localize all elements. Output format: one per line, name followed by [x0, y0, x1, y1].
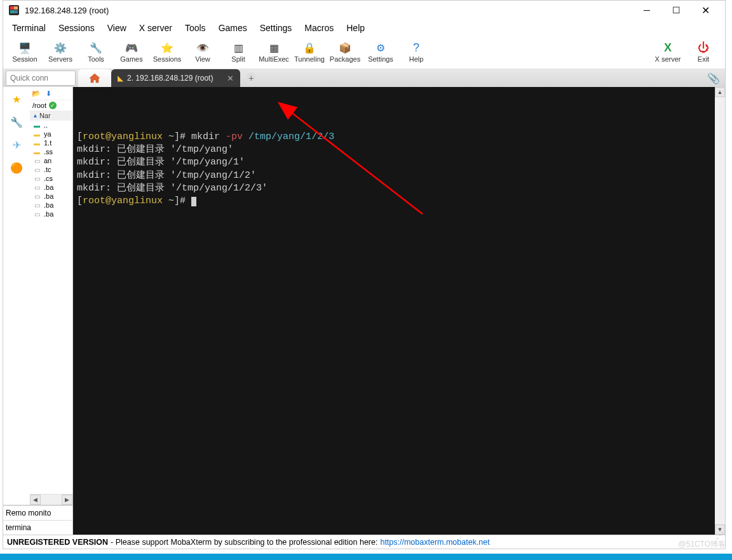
file-list[interactable]: ▬..▬ya▬1.t▬.ss▭an▭.tc▭.cs▭.ba▭.ba▭.ba▭.b… [30, 121, 72, 494]
tools-icon[interactable]: 🔧 [7, 112, 26, 131]
file-row[interactable]: ▬.. [30, 121, 72, 130]
tool-view[interactable]: 👁️View [185, 37, 220, 68]
download-icon[interactable]: ⬇ [43, 89, 53, 98]
menubar: TerminalSessionsViewX serverToolsGamesSe… [3, 20, 725, 36]
file-row[interactable]: ▬1.t [30, 138, 72, 147]
x-server-icon: X [661, 43, 674, 54]
tool-servers[interactable]: ⚙️Servers [43, 37, 78, 68]
menu-tools[interactable]: Tools [179, 21, 212, 35]
status-text: - Please support MobaXterm by subscribin… [111, 538, 377, 547]
file-row[interactable]: ▭.tc [30, 165, 72, 174]
svg-rect-4 [14, 10, 18, 13]
multiexec-icon: ▦ [268, 43, 280, 54]
file-icon: ▭ [32, 183, 41, 191]
add-tab-button[interactable]: + [240, 69, 262, 87]
tool-tools[interactable]: 🔧Tools [78, 37, 114, 68]
terminal-line: [root@yanglinux ~]# mkdir -pv /tmp/yang/… [77, 131, 711, 143]
file-icon: ▭ [32, 192, 41, 200]
path-ok-icon: ✓ [49, 102, 57, 109]
maximize-button[interactable]: ☐ [661, 1, 691, 20]
view-icon: 👁️ [196, 43, 209, 54]
folder-icon: ▬ [32, 148, 41, 156]
main-area: ★ 🔧 ✈ 🟠 📂 ⬇ /root ✓ ▲ [3, 87, 725, 535]
tool-multiexec[interactable]: ▦MultiExec [256, 37, 292, 68]
cursor [191, 197, 196, 206]
session-icon: 🖥️ [18, 43, 31, 54]
terminal-line: mkdir: 已创建目录 '/tmp/yang/1' [77, 156, 711, 169]
home-tab[interactable] [78, 69, 111, 87]
file-row[interactable]: ▭.cs [30, 174, 72, 183]
terminal-line: mkdir: 已创建目录 '/tmp/yang' [77, 143, 711, 156]
app-icon [8, 4, 20, 16]
scroll-left-icon[interactable]: ◀ [30, 495, 41, 505]
tool-tunneling[interactable]: 🔒Tunneling [292, 37, 327, 68]
menu-macros[interactable]: Macros [298, 21, 340, 35]
terminal-scrollbar[interactable]: ▲ ▼ [715, 87, 725, 535]
folder-icon: ▬ [32, 139, 41, 147]
tool-sessions[interactable]: ⭐Sessions [149, 37, 185, 68]
tab-close-icon[interactable]: ✕ [227, 74, 234, 83]
menu-settings[interactable]: Settings [254, 21, 299, 35]
globe-icon[interactable]: 🟠 [7, 158, 26, 177]
scroll-up-icon[interactable]: ▲ [715, 87, 725, 97]
terminal-container: [root@yanglinux ~]# mkdir -pv /tmp/yang/… [73, 87, 725, 535]
folder-open-icon[interactable]: 📂 [31, 89, 41, 98]
application-window: 192.168.248.129 (root) ─ ☐ ✕ TerminalSes… [3, 0, 726, 549]
file-hscroll[interactable]: ◀ ▶ [30, 494, 72, 505]
resize-grip[interactable]: ⋰ [716, 531, 724, 540]
session-tab-active[interactable]: ◣ 2. 192.168.248.129 (root) ✕ [111, 69, 240, 87]
tool-packages[interactable]: 📦Packages [327, 37, 363, 68]
file-row[interactable]: ▬.ss [30, 147, 72, 156]
quick-connect-input[interactable] [6, 70, 76, 86]
gfolder-icon: ▬ [32, 121, 41, 129]
menu-view[interactable]: View [101, 21, 133, 35]
menu-games[interactable]: Games [212, 21, 254, 35]
menu-terminal[interactable]: Terminal [6, 21, 52, 35]
tool-help[interactable]: ?Help [398, 37, 434, 68]
svg-rect-2 [14, 6, 18, 10]
terminal-line: mkdir: 已创建目录 '/tmp/yang/1/2' [77, 170, 711, 182]
tool-games[interactable]: 🎮Games [114, 37, 149, 68]
watermark: @51CTO博客 [678, 539, 726, 550]
file-row[interactable]: ▭.ba [30, 183, 72, 192]
minimize-button[interactable]: ─ [632, 1, 661, 20]
status-bar: UNREGISTERED VERSION - Please support Mo… [3, 535, 725, 549]
terminal[interactable]: [root@yanglinux ~]# mkdir -pv /tmp/yang/… [73, 87, 715, 535]
menu-x-server[interactable]: X server [133, 21, 179, 35]
status-link[interactable]: https://mobaxterm.mobatek.net [380, 538, 489, 547]
help-icon: ? [410, 43, 423, 54]
terminal-tab[interactable]: termina [3, 520, 72, 535]
split-icon: ▥ [232, 43, 245, 54]
close-button[interactable]: ✕ [691, 1, 720, 20]
file-icon: ▭ [32, 157, 41, 164]
menu-help[interactable]: Help [340, 21, 371, 35]
tools-icon: 🔧 [90, 43, 102, 54]
tabbar: ◣ 2. 192.168.248.129 (root) ✕ + 📎 [3, 69, 725, 87]
exit-icon: ⏻ [697, 43, 710, 54]
file-browser-toolbar: 📂 ⬇ [30, 87, 72, 100]
tool-session[interactable]: 🖥️Session [7, 37, 43, 68]
games-icon: 🎮 [125, 43, 138, 54]
scroll-right-icon[interactable]: ▶ [62, 495, 72, 505]
tunneling-icon: 🔒 [303, 43, 316, 54]
tool-x-server[interactable]: XX server [650, 37, 686, 68]
sessions-icon: ⭐ [161, 43, 173, 54]
tool-settings[interactable]: ⚙Settings [363, 37, 398, 68]
file-row[interactable]: ▭.ba [30, 210, 72, 218]
file-row[interactable]: ▭an [30, 156, 72, 165]
file-row[interactable]: ▭.ba [30, 192, 72, 201]
file-row[interactable]: ▬ya [30, 130, 72, 138]
paperclip-icon[interactable]: 📎 [707, 72, 720, 84]
tool-exit[interactable]: ⏻Exit [686, 37, 721, 68]
tool-split[interactable]: ▥Split [220, 37, 256, 68]
svg-rect-1 [10, 6, 14, 10]
file-row[interactable]: ▭.ba [30, 201, 72, 210]
tab-label: 2. 192.168.248.129 (root) [127, 74, 213, 83]
favorites-icon[interactable]: ★ [7, 90, 26, 109]
window-title: 192.168.248.129 (root) [25, 6, 632, 15]
column-header[interactable]: ▲ Nar [30, 110, 72, 121]
remote-monitor-tab[interactable]: Remo monito [3, 505, 72, 520]
menu-sessions[interactable]: Sessions [52, 21, 101, 35]
titlebar: 192.168.248.129 (root) ─ ☐ ✕ [3, 1, 725, 20]
send-icon[interactable]: ✈ [7, 135, 26, 154]
